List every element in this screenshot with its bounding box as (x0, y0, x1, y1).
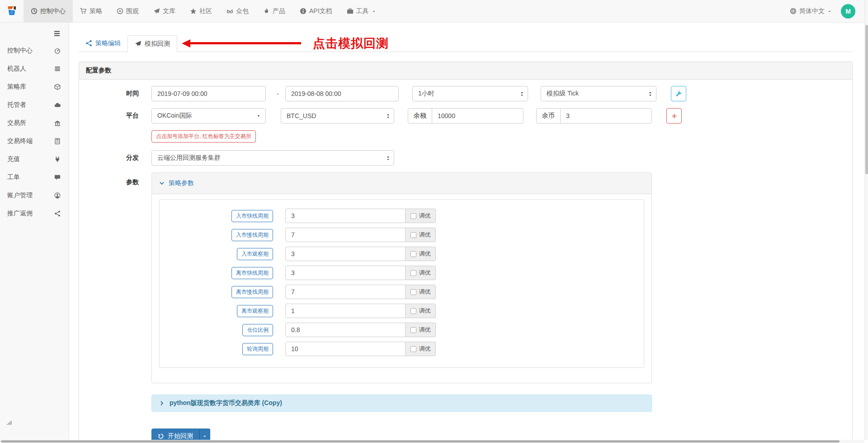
sidebar-item-trading-terminal[interactable]: 交易终端 (0, 132, 69, 150)
add-platform-button[interactable] (666, 108, 682, 124)
user-icon (54, 192, 61, 199)
bank-icon (54, 120, 61, 126)
param-value-input[interactable] (285, 285, 406, 299)
sidebar-item-referral[interactable]: 推广返佣 (0, 205, 69, 223)
balance-addon-label: 余额 (408, 109, 432, 123)
nav-item-label: 文库 (163, 7, 175, 15)
sidebar-item-account[interactable]: 账户管理 (0, 186, 69, 205)
nav-item-docs[interactable]: 文库 (146, 0, 183, 22)
nav-item-label: 策略 (90, 7, 102, 15)
nav-item-crowdsourcing[interactable]: 众包 (219, 0, 256, 22)
pair-select[interactable]: BTC_USD (281, 108, 394, 124)
tune-checkbox[interactable] (410, 270, 416, 276)
tab-strategy-edit[interactable]: 策略编辑 (79, 35, 127, 52)
sidebar-item-label: 交易所 (7, 119, 26, 127)
horizontal-scrollbar[interactable] (0, 440, 864, 443)
plus-icon (671, 113, 677, 119)
param-value-input[interactable] (285, 304, 406, 318)
param-badge[interactable]: 入市观察期 (237, 248, 273, 260)
nav-item-strategies[interactable]: 策略 (73, 0, 109, 22)
param-value-input[interactable] (285, 228, 406, 242)
nav-item-label: 社区 (199, 7, 212, 15)
param-value-input[interactable] (285, 247, 406, 261)
tick-mode-select[interactable]: 模拟级 Tick (541, 86, 656, 101)
param-badge[interactable]: 入市慢线周期 (231, 229, 273, 241)
tick-mode-value: 模拟级 Tick (547, 90, 579, 98)
sidebar-item-label: 控制中心 (7, 47, 33, 55)
nav-item-products[interactable]: 产品 (256, 0, 292, 22)
coins-group: 余币 (536, 108, 652, 124)
sidebar-item-control-center[interactable]: 控制中心 (0, 42, 69, 60)
sidebar-item-label: 工单 (7, 173, 20, 181)
hamburger-icon (53, 30, 61, 37)
updown-icon (647, 91, 653, 97)
updown-icon (519, 91, 525, 97)
sidebar-item-strategy-library[interactable]: 策略库 (0, 78, 69, 96)
chevron-right-icon (159, 400, 165, 406)
time-label: 时间 (79, 90, 151, 98)
exchange-dropdown[interactable]: OKCoin国际 (151, 108, 266, 124)
param-badge[interactable]: 离市观察期 (237, 305, 273, 317)
balance-input[interactable] (432, 109, 523, 123)
tab-backtest[interactable]: 模拟回测 (127, 35, 177, 52)
coins-input[interactable] (561, 109, 651, 123)
tune-checkbox[interactable] (410, 251, 416, 257)
horizontal-scrollbar-thumb[interactable] (1, 440, 840, 443)
sidebar-item-label: 托管者 (7, 101, 26, 109)
top-nav-menu: 控制中心策略围观文库社区众包产品API文档工具 (24, 0, 383, 22)
advanced-settings-button[interactable] (671, 86, 686, 101)
param-badge[interactable]: 入市快线周期 (231, 210, 273, 222)
strategy-args-panel: 策略参数 入市快线周期调优入市慢线周期调优入市观察期调优离市快线周期调优离市慢线… (151, 172, 652, 383)
dispatch-select[interactable]: 云端公用回测服务集群 (151, 150, 394, 166)
nav-item-community[interactable]: 社区 (183, 0, 219, 22)
sidebar-item-robots[interactable]: 机器人 (0, 60, 69, 78)
comment-icon (54, 174, 61, 181)
nav-item-tools[interactable]: 工具 (340, 0, 383, 22)
param-badge[interactable]: 仓位比例 (242, 324, 273, 336)
language-selector[interactable]: 简体中文 (790, 7, 832, 15)
sidebar-item-agent[interactable]: 托管者 (0, 96, 69, 114)
sidebar-item-tickets[interactable]: 工单 (0, 168, 69, 186)
vertical-scrollbar-thumb[interactable] (865, 25, 868, 174)
exchange-value: OKCoin国际 (157, 112, 192, 120)
param-value-input[interactable] (285, 266, 406, 280)
main-content: 策略编辑 模拟回测 点击模拟回测 配置参数 时间 (69, 23, 868, 443)
updown-icon (385, 155, 391, 161)
app-window: 控制中心策略围观文库社区众包产品API文档工具 简体中文 M 控制中心机器人策略… (0, 0, 868, 443)
fire-icon (263, 8, 270, 14)
strategy-args-header[interactable]: 策略参数 (152, 173, 651, 194)
globe-icon (790, 8, 797, 14)
nav-item-label: 围观 (126, 7, 139, 15)
time-end-input[interactable] (285, 86, 399, 101)
sidebar-toggle[interactable] (0, 25, 69, 42)
nav-item-control-center[interactable]: 控制中心 (24, 0, 73, 22)
redo-icon (158, 433, 164, 439)
tune-checkbox[interactable] (410, 327, 416, 333)
avatar[interactable]: M (841, 4, 855, 19)
period-select[interactable]: 1小时 (412, 86, 528, 101)
tune-checkbox[interactable] (410, 308, 416, 314)
param-value-input[interactable] (285, 209, 406, 223)
param-badge[interactable]: 离市慢线周期 (231, 286, 273, 298)
param-badge[interactable]: 轮询周期 (242, 343, 273, 355)
tune-checkbox[interactable] (410, 213, 416, 219)
param-value-input[interactable] (285, 323, 406, 337)
topbar-right: 简体中文 M (790, 0, 868, 22)
vertical-scrollbar[interactable] (864, 0, 868, 440)
brand-logo[interactable] (0, 0, 24, 22)
nav-item-watch[interactable]: 围观 (109, 0, 146, 22)
library-bar[interactable]: python版现货数字货币交易类库 (Copy) (151, 395, 652, 412)
param-value-input[interactable] (285, 342, 406, 356)
tune-checkbox[interactable] (410, 289, 416, 295)
tune-checkbox[interactable] (410, 346, 416, 352)
sidebar-item-recharge[interactable]: 充值 (0, 150, 69, 168)
param-badge[interactable]: 离市快线周期 (231, 267, 273, 279)
sidebar-item-label: 交易终端 (7, 137, 33, 145)
param-tune-addon: 调优 (406, 342, 436, 356)
tune-checkbox[interactable] (410, 232, 416, 238)
time-start-input[interactable] (151, 86, 266, 101)
platform-note: 点击加号添加平台, 红色标签为主交易所 (151, 130, 256, 143)
tasks-icon (54, 66, 61, 72)
nav-item-api-docs[interactable]: API文档 (292, 0, 340, 22)
sidebar-item-exchanges[interactable]: 交易所 (0, 114, 69, 132)
